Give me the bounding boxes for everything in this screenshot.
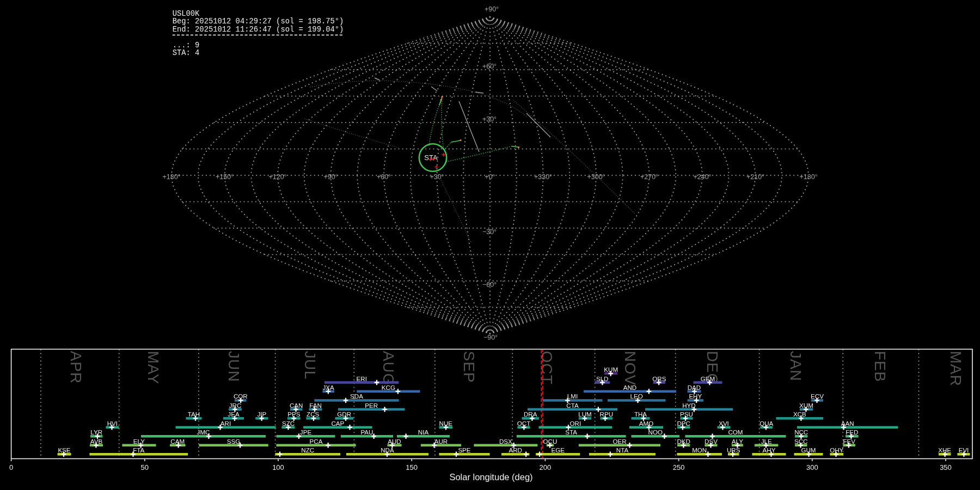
svg-text:NTA: NTA bbox=[616, 446, 629, 454]
svg-text:STA: STA bbox=[424, 154, 438, 162]
svg-text:MON: MON bbox=[692, 446, 707, 454]
svg-text:100: 100 bbox=[272, 463, 284, 471]
svg-text:NIA: NIA bbox=[418, 428, 429, 436]
svg-text:THA: THA bbox=[634, 411, 647, 418]
svg-text:FEV: FEV bbox=[843, 438, 855, 445]
svg-text:50: 50 bbox=[141, 463, 149, 471]
svg-text:NCC: NCC bbox=[794, 428, 808, 436]
svg-text:XHE: XHE bbox=[938, 446, 951, 454]
svg-text:NZC: NZC bbox=[301, 446, 314, 454]
svg-text:...: 9: ...: 9 bbox=[173, 41, 200, 50]
svg-text:KCG: KCG bbox=[382, 384, 395, 391]
svg-text:−90°: −90° bbox=[483, 334, 498, 341]
svg-text:CAM: CAM bbox=[170, 438, 185, 445]
svg-text:SPE: SPE bbox=[458, 446, 470, 454]
svg-text:CAN: CAN bbox=[290, 402, 303, 409]
svg-text:AUG: AUG bbox=[380, 351, 397, 386]
svg-text:NUE: NUE bbox=[439, 420, 453, 427]
svg-text:−30°: −30° bbox=[482, 228, 497, 236]
svg-text:FEB: FEB bbox=[872, 351, 889, 382]
svg-text:Solar longitude (deg): Solar longitude (deg) bbox=[449, 472, 532, 482]
svg-text:AAN: AAN bbox=[841, 420, 854, 427]
svg-text:LUM: LUM bbox=[578, 411, 591, 418]
svg-text:OCT: OCT bbox=[517, 420, 530, 427]
svg-text:EVI: EVI bbox=[959, 446, 969, 454]
svg-text:OCU: OCU bbox=[543, 438, 558, 445]
svg-text:CAP: CAP bbox=[331, 420, 344, 427]
svg-text:DRA: DRA bbox=[524, 411, 537, 418]
svg-text:+90°: +90° bbox=[323, 173, 338, 181]
svg-text:250: 250 bbox=[673, 463, 685, 471]
svg-text:XCB: XCB bbox=[793, 411, 806, 418]
svg-text:SLD: SLD bbox=[596, 375, 609, 382]
svg-text:XVI: XVI bbox=[719, 420, 729, 427]
svg-text:QUA: QUA bbox=[759, 420, 773, 427]
svg-text:TAH: TAH bbox=[188, 411, 200, 418]
svg-text:JEA: JEA bbox=[228, 411, 240, 418]
svg-text:ZCS: ZCS bbox=[307, 411, 319, 418]
svg-text:STA: STA bbox=[565, 428, 577, 436]
svg-text:300: 300 bbox=[806, 463, 818, 471]
svg-text:GUM: GUM bbox=[801, 446, 816, 454]
svg-text:+90°: +90° bbox=[485, 5, 499, 13]
svg-text:AVB: AVB bbox=[90, 438, 103, 445]
svg-text:+150°: +150° bbox=[216, 173, 234, 181]
svg-text:PER: PER bbox=[365, 402, 378, 409]
svg-text:FED: FED bbox=[846, 428, 858, 436]
svg-text:SEP: SEP bbox=[461, 351, 477, 383]
svg-text:+30°: +30° bbox=[482, 115, 497, 123]
svg-text:JXA: JXA bbox=[323, 384, 335, 391]
svg-text:+330°: +330° bbox=[534, 173, 552, 181]
svg-text:JPE: JPE bbox=[300, 428, 312, 436]
svg-text:PCA: PCA bbox=[310, 438, 323, 445]
svg-text:ELY: ELY bbox=[133, 438, 145, 445]
svg-text:200: 200 bbox=[540, 463, 552, 471]
svg-text:LEO: LEO bbox=[630, 393, 643, 400]
svg-text:DAD: DAD bbox=[688, 384, 701, 391]
svg-text:URS: URS bbox=[727, 446, 740, 454]
svg-text:MAR: MAR bbox=[947, 351, 964, 387]
svg-text:+300°: +300° bbox=[587, 173, 605, 181]
svg-text:150: 150 bbox=[406, 463, 418, 471]
svg-text:OHY: OHY bbox=[830, 446, 843, 454]
svg-text:SZC: SZC bbox=[282, 420, 295, 427]
svg-text:SSG: SSG bbox=[227, 438, 240, 445]
svg-text:COR: COR bbox=[234, 393, 248, 400]
svg-text:XUM: XUM bbox=[799, 402, 813, 409]
svg-text:MAY: MAY bbox=[145, 351, 162, 385]
svg-text:NOV: NOV bbox=[622, 351, 639, 386]
svg-text:AUD: AUD bbox=[388, 438, 401, 445]
svg-text:FTA: FTA bbox=[133, 446, 144, 454]
svg-text:ARI: ARI bbox=[220, 420, 231, 427]
svg-text:JAN: JAN bbox=[787, 351, 804, 382]
svg-text:+270°: +270° bbox=[640, 173, 658, 181]
svg-text:CTA: CTA bbox=[566, 402, 579, 409]
svg-text:AMO: AMO bbox=[639, 420, 653, 427]
svg-text:+120°: +120° bbox=[268, 173, 286, 181]
svg-text:ECV: ECV bbox=[811, 393, 824, 400]
svg-text:COM: COM bbox=[728, 428, 743, 436]
svg-text:Beg: 20251012 04:29:27 (sol =: Beg: 20251012 04:29:27 (sol = 198.75°) bbox=[173, 17, 344, 26]
svg-text:USL00K: USL00K bbox=[173, 10, 200, 18]
svg-text:0: 0 bbox=[9, 463, 13, 471]
svg-text:ORS: ORS bbox=[652, 375, 666, 382]
svg-text:HYD: HYD bbox=[682, 402, 695, 409]
svg-text:RPU: RPU bbox=[600, 411, 613, 418]
svg-text:OER: OER bbox=[612, 438, 626, 445]
svg-text:+180°: +180° bbox=[162, 173, 180, 181]
svg-text:FAN: FAN bbox=[309, 402, 322, 409]
svg-text:JUL: JUL bbox=[302, 351, 318, 380]
svg-text:KUM: KUM bbox=[604, 366, 618, 373]
svg-text:AUR: AUR bbox=[434, 438, 448, 445]
svg-text:JMC: JMC bbox=[197, 428, 210, 436]
svg-text:−60°: −60° bbox=[482, 281, 497, 289]
svg-text:SDA: SDA bbox=[350, 393, 363, 400]
svg-text:JIP: JIP bbox=[258, 411, 267, 418]
svg-text:GDR: GDR bbox=[337, 411, 351, 418]
svg-text:+180°: +180° bbox=[799, 173, 817, 181]
svg-text:PAU: PAU bbox=[361, 428, 373, 436]
svg-text:EHY: EHY bbox=[689, 393, 702, 400]
svg-text:PPS: PPS bbox=[287, 411, 300, 418]
svg-text:LMI: LMI bbox=[567, 393, 578, 400]
svg-text:AND: AND bbox=[623, 384, 636, 391]
